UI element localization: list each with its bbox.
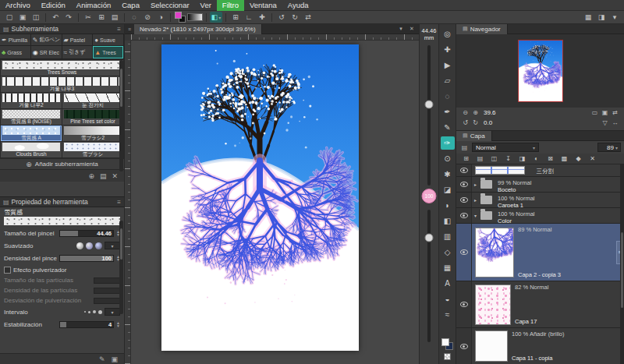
rotate-left-icon[interactable]: ↺ (460, 118, 470, 127)
subtool-group-tab-SR Elec[interactable]: ◉SR Elec (31, 46, 62, 58)
close-document-icon[interactable]: ✕ (407, 25, 417, 34)
navigator-thumbnail[interactable] (518, 40, 563, 102)
tab-layers[interactable]: ▤ Capa (456, 131, 492, 141)
tab-navigator[interactable]: ▤ Navegador (456, 24, 508, 34)
eye-icon[interactable] (460, 302, 468, 307)
open-file-icon[interactable]: ▣ (16, 12, 29, 23)
gradient-tool-icon[interactable]: ▥ (441, 230, 455, 243)
subtool-item-雪質感-A[interactable]: 雪質感 A (1, 125, 62, 141)
layer-mask-icon[interactable]: ◐ (530, 154, 543, 164)
reset-rotation-icon[interactable]: ▽ (600, 118, 610, 127)
save-icon[interactable]: ◫ (30, 12, 42, 23)
undo-icon[interactable]: ↶ (49, 12, 62, 23)
color-swatches[interactable] (441, 338, 453, 350)
subtool-item-Pine-Trees-set-color[interactable]: Pine Trees set color (62, 109, 123, 125)
add-subtool-button[interactable]: ⊕ Añadir subherramienta (0, 158, 124, 169)
duplicate-layer-icon[interactable]: ◫ (488, 154, 501, 164)
layer-visibility-cell[interactable] (456, 224, 472, 281)
pencil-tool-icon[interactable]: ✎ (441, 121, 455, 134)
document-tab[interactable]: Nevado 2* (1810 x 2497px 300dpi 39.6%) (134, 24, 262, 34)
new-raster-layer-icon[interactable]: ⊞ (459, 154, 473, 164)
layer-visibility-cell[interactable] (456, 164, 472, 176)
expand-chevron-icon[interactable]: ▸ (472, 182, 479, 187)
new-file-icon[interactable]: ▢ (3, 12, 16, 23)
workspace-icon[interactable]: ▦ (582, 12, 594, 23)
opacity-indicator[interactable]: 100 (422, 189, 437, 203)
menu-ventana[interactable]: Ventana (244, 0, 282, 11)
layer-row-Capa-11---copia[interactable]: 100 % Añadir (brillo)Capa 11 - copia (456, 328, 624, 364)
reset-view-icon[interactable]: ↔ (610, 118, 620, 127)
subtool-group-tab-Suave[interactable]: ●Suave (93, 34, 124, 45)
subtool-folder-icon[interactable]: ▤ (100, 172, 107, 180)
rotate-left-icon[interactable]: ↺ (275, 12, 288, 23)
delete-subtool-icon[interactable]: ✕ (112, 172, 118, 180)
subtool-group-tab-引きず[interactable]: ≈引きず (62, 46, 94, 58)
balloon-tool-icon[interactable]: ◒ (441, 292, 455, 306)
rotate-right-icon[interactable]: ↻ (470, 118, 480, 127)
stabilization-slider[interactable]: 4 (59, 321, 114, 328)
layer-visibility-cell[interactable] (456, 281, 472, 327)
canvas-viewport[interactable] (131, 41, 419, 364)
gradient-swatch[interactable] (187, 13, 203, 21)
eraser-tool-icon[interactable]: ◪ (441, 183, 455, 196)
fill-tool-icon[interactable]: ◧ (441, 214, 455, 228)
menu-capa[interactable]: Capa (116, 0, 145, 11)
main-color-swatch[interactable] (441, 338, 449, 346)
layer-row-Capa-17[interactable]: 82 % NormalCapa 17 (456, 281, 624, 328)
brush-size-slider-handle[interactable] (425, 101, 434, 109)
flip-horizontal-icon[interactable]: ⇄ (302, 12, 314, 23)
flip-horizontal-icon[interactable]: ⇄ (610, 108, 620, 117)
lock-layer-icon[interactable]: ⊠ (544, 154, 557, 164)
snap-icon[interactable]: ✚ (256, 12, 268, 23)
menu-ayuda[interactable]: Ayuda (282, 0, 314, 11)
edit-settings-icon[interactable]: ✎ (99, 355, 105, 363)
brush-size-vslider[interactable] (427, 45, 431, 186)
ruler-icon[interactable]: ∟ (243, 12, 255, 23)
subtool-item-눈-전가지[interactable]: 눈 전가지 (62, 93, 123, 108)
pen-tool-icon[interactable]: ✒ (441, 105, 455, 118)
subtool-item-雪質感-B-(NOISE)[interactable]: 雪質感 B (NOISE) (1, 109, 62, 125)
subtool-item-겨울-나무2[interactable]: 겨울 나무2 (1, 93, 62, 108)
figure-tool-icon[interactable]: ◇ (441, 246, 455, 259)
layer-opacity-combo[interactable]: 89 ▾ (597, 143, 621, 152)
layer-thumbnail[interactable] (475, 284, 511, 325)
frame-tool-icon[interactable]: ▦ (441, 261, 455, 274)
opacity-vslider[interactable] (427, 210, 431, 342)
layer-visibility-cell[interactable] (456, 208, 472, 223)
subtool-panel-header[interactable]: ▤ Subherramienta ≡ (0, 24, 124, 34)
brush-size-slider[interactable]: 44.46 (59, 230, 114, 237)
subtool-group-tab-Pastel[interactable]: ▰Pastel (62, 34, 94, 45)
eye-icon[interactable] (460, 249, 468, 255)
blend-tool-icon[interactable]: ◗ (441, 199, 455, 212)
subtool-group-tab-Trees[interactable]: ▲Trees (93, 46, 124, 58)
stabilization-stepper[interactable]: ▲▼ (116, 321, 120, 327)
blend-mode-combo[interactable]: Normal ▾ (472, 143, 539, 152)
interval-options[interactable] (84, 310, 102, 314)
smoothing-option-hard[interactable] (76, 242, 83, 249)
eye-icon[interactable] (460, 213, 468, 218)
dock-panel-icon[interactable]: ◨ (595, 12, 608, 23)
canvas-menu-icon[interactable]: ≡ (125, 27, 134, 32)
menu-edición[interactable]: Edición (36, 0, 71, 11)
zoom-out-icon[interactable]: ⊖ (460, 108, 470, 117)
clip-at-layer-below-icon[interactable]: ◨ (516, 154, 529, 164)
layer-thumbnail[interactable]: 三分割 (475, 166, 525, 175)
collapse-toolbar-icon[interactable]: ▾ (608, 12, 621, 23)
opacity-slider-handle[interactable] (425, 234, 434, 242)
menu-filtro[interactable]: Filtro (217, 0, 244, 11)
redo-icon[interactable]: ↷ (62, 12, 75, 23)
color-swatch[interactable] (174, 12, 186, 23)
actual-size-icon[interactable]: ▣ (600, 108, 610, 117)
airbrush-tool-icon[interactable]: ⊙ (441, 152, 455, 165)
layer-visibility-cell[interactable] (456, 328, 472, 364)
line-correction-tool-icon[interactable]: ≈ (441, 308, 455, 321)
eye-icon[interactable] (460, 344, 468, 349)
invert-selection-icon[interactable]: ◑ (154, 12, 167, 23)
add-subtool-icon[interactable]: ⊕ (88, 172, 94, 180)
layer-row-Boceto[interactable]: ▸99 % NormalBoceto (456, 177, 624, 193)
blend-category-icon[interactable]: ▤ (459, 144, 470, 151)
zoom-in-icon[interactable]: ⊕ (470, 108, 480, 117)
brush-density-slider[interactable]: 100 (59, 255, 114, 262)
layer-thumbnail[interactable] (475, 330, 508, 362)
spray-effect-checkbox[interactable] (4, 267, 11, 274)
